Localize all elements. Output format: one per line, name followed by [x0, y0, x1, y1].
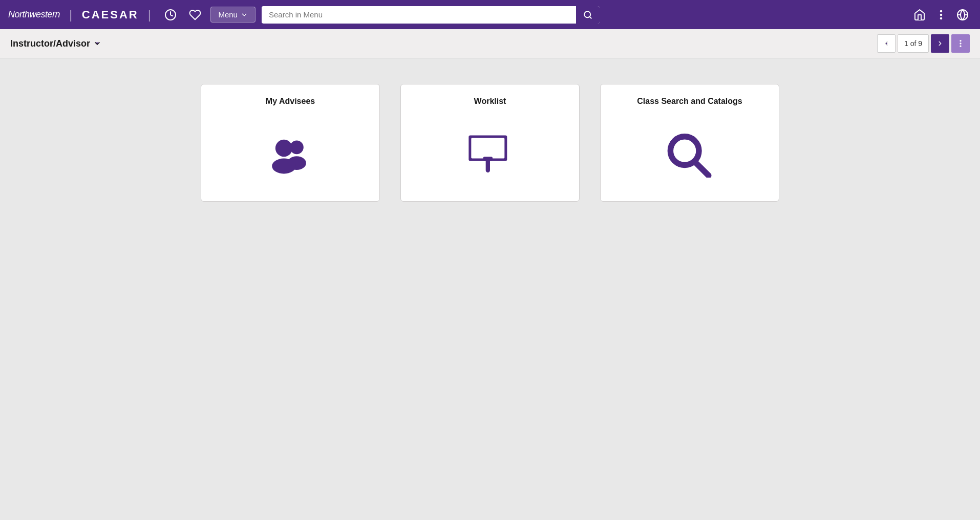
search-button[interactable]: [576, 6, 600, 24]
svg-point-8: [960, 40, 961, 41]
worklist-icon: [464, 118, 516, 191]
header-right-icons: [910, 6, 972, 24]
class-search-card[interactable]: Class Search and Catalogs: [600, 84, 779, 202]
svg-point-10: [960, 46, 961, 47]
my-advisees-title: My Advisees: [266, 97, 315, 106]
next-page-button[interactable]: [931, 34, 949, 53]
section-title-button[interactable]: Instructor/Advisor: [10, 38, 101, 49]
class-search-title: Class Search and Catalogs: [637, 97, 742, 106]
worklist-title: Worklist: [474, 97, 506, 106]
main-content: My Advisees Worklist: [0, 58, 980, 227]
page-navigation: 1 of 9: [877, 34, 970, 53]
main-header: Northwestern | CAESAR | Menu: [0, 0, 980, 29]
svg-point-3: [941, 11, 942, 12]
section-chevron-icon: [93, 39, 101, 48]
history-icon: [164, 9, 177, 21]
logo-area: Northwestern | CAESAR |: [8, 8, 155, 22]
more-options-button[interactable]: [932, 6, 950, 24]
svg-point-9: [960, 43, 961, 44]
favorites-icon: [189, 9, 201, 21]
svg-point-14: [272, 159, 296, 174]
globe-button[interactable]: [953, 6, 972, 24]
advisees-svg-icon: [265, 134, 316, 175]
search-icon: [583, 10, 592, 19]
home-icon: [913, 9, 926, 21]
next-arrow-icon: [936, 40, 944, 47]
worklist-svg-icon: [464, 132, 516, 178]
my-advisees-icon: [265, 118, 316, 191]
svg-point-4: [941, 14, 942, 15]
svg-point-5: [941, 18, 942, 19]
header-pipe: |: [148, 8, 152, 22]
svg-line-20: [695, 162, 709, 176]
search-area: [262, 6, 600, 24]
search-svg-icon: [664, 132, 715, 178]
section-title-text: Instructor/Advisor: [10, 38, 90, 49]
home-button[interactable]: [910, 6, 929, 24]
my-advisees-card[interactable]: My Advisees: [201, 84, 380, 202]
menu-chevron-icon: [241, 11, 248, 18]
worklist-card[interactable]: Worklist: [400, 84, 580, 202]
page-indicator: 1 of 9: [898, 34, 929, 53]
svg-point-13: [275, 140, 292, 157]
section-more-button[interactable]: [951, 34, 970, 53]
menu-label: Menu: [218, 10, 238, 19]
prev-page-button[interactable]: [877, 34, 896, 53]
menu-button[interactable]: Menu: [210, 7, 255, 23]
system-name: CAESAR: [82, 8, 139, 21]
svg-rect-18: [486, 159, 490, 172]
svg-rect-16: [471, 138, 504, 159]
section-more-icon: [956, 39, 965, 48]
history-button[interactable]: [161, 6, 180, 24]
globe-icon: [956, 9, 969, 21]
search-input[interactable]: [262, 6, 576, 23]
logo-divider: |: [69, 8, 73, 22]
class-search-icon: [664, 118, 715, 191]
favorites-button[interactable]: [186, 6, 204, 24]
subheader: Instructor/Advisor 1 of 9: [0, 29, 980, 58]
prev-arrow-icon: [883, 40, 890, 47]
svg-line-2: [589, 16, 591, 18]
university-name: Northwestern: [8, 9, 60, 20]
more-vertical-icon: [935, 9, 947, 21]
